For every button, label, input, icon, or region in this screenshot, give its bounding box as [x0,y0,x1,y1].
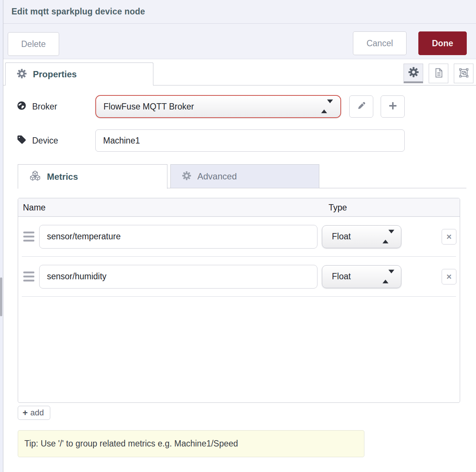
select-arrows-icon [382,273,394,280]
panel-appearance-button[interactable] [454,64,473,83]
cubes-icon [29,171,41,183]
device-row: Device [3,129,476,152]
done-button[interactable]: Done [418,31,467,55]
group-icon [458,67,469,80]
tip-box: Tip: Use '/' to group related metrics e.… [18,430,364,457]
broker-label-group: Broker [17,101,95,113]
add-broker-button[interactable] [381,95,405,118]
metrics-tab-bar: Metrics [18,164,466,188]
metrics-table-header: Name Type [18,198,460,217]
gear-icon [17,68,27,80]
tip-text: Tip: Use '/' to group related metrics e.… [24,439,238,449]
scrollbar-thumb[interactable] [0,277,2,316]
metric-type-select[interactable]: Float [322,225,401,248]
document-icon [433,67,444,80]
metric-name-input[interactable] [39,225,317,249]
tab-advanced-label: Advanced [197,171,237,182]
tab-properties[interactable]: Properties [5,63,153,85]
select-arrows-icon [321,103,333,110]
type-column-header: Type [329,203,347,213]
node-red-edit-tray: Edit mqtt sparkplug device node Delete C… [0,0,476,472]
pencil-icon [357,101,366,112]
select-arrows-icon [382,233,394,240]
delete-button[interactable]: Delete [8,32,59,56]
dialog-toolbar: Delete Cancel Done [3,24,476,59]
edit-broker-button[interactable] [349,95,373,118]
remove-metric-button[interactable]: × [442,229,456,245]
metric-type-select[interactable]: Float [322,265,401,288]
globe-icon [17,101,27,113]
broker-select-value: FlowFuse MQTT Broker [96,102,194,112]
tab-metrics[interactable]: Metrics [18,164,167,189]
tab-metrics-label: Metrics [47,172,78,182]
properties-tab-bar: Properties [3,59,476,85]
metrics-table: Name Type Float × F [18,198,460,403]
metric-name-input[interactable] [39,265,317,289]
tag-icon [17,135,27,147]
broker-select[interactable]: FlowFuse MQTT Broker [95,95,341,118]
panel-properties-button[interactable] [404,64,423,83]
editor-left-edge [0,0,3,472]
metric-row: Float × [18,217,460,256]
plus-icon [388,101,398,112]
device-label: Device [32,136,58,146]
plus-icon: + [23,408,28,417]
add-metric-button[interactable]: + add [18,406,50,420]
gear-icon [182,171,191,182]
tab-advanced[interactable]: Advanced [170,164,319,188]
name-column-header: Name [23,203,45,213]
metric-type-value: Float [322,272,351,281]
node-properties-form: Broker FlowFuse MQTT Broker [3,95,476,457]
broker-row: Broker FlowFuse MQTT Broker [3,95,476,118]
cancel-button[interactable]: Cancel [353,31,407,55]
broker-label: Broker [32,102,57,112]
add-metric-label: add [30,408,44,418]
drag-handle-icon[interactable] [23,272,34,281]
dialog-title: Edit mqtt sparkplug device node [11,7,145,17]
gear-icon [408,67,419,79]
metric-type-value: Float [322,232,351,242]
tab-properties-label: Properties [33,69,77,80]
device-input[interactable] [95,129,405,152]
remove-metric-button[interactable]: × [442,269,456,284]
dialog-header: Edit mqtt sparkplug device node [3,0,476,24]
drag-handle-icon[interactable] [23,232,34,242]
edit-node-dialog: Edit mqtt sparkplug device node Delete C… [3,0,476,472]
device-label-group: Device [17,135,95,147]
metric-row: Float × [18,257,460,296]
panel-description-button[interactable] [429,64,448,83]
row-divider [22,296,456,297]
